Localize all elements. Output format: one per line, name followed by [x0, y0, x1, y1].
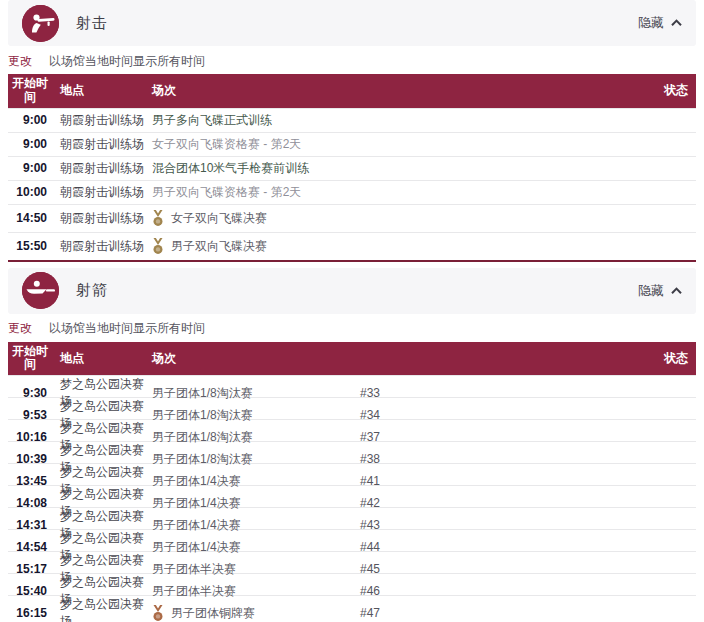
start-time: 14:54 [8, 540, 52, 554]
change-link[interactable]: 更改 [8, 53, 32, 70]
match-number: #33 [360, 386, 480, 400]
time-settings-row: 更改 以场馆当地时间显示所有时间 [8, 51, 696, 71]
hide-toggle-button[interactable]: 隐藏 [638, 14, 682, 32]
session-name: 男子团体半决赛 [152, 583, 360, 600]
session-name: 男子团体1/8淘汰赛 [152, 385, 360, 402]
match-number: #42 [360, 496, 480, 510]
match-number: #43 [360, 518, 480, 532]
session-name: 男子团体1/8淘汰赛 [152, 429, 360, 446]
col-session: 场次 [152, 79, 360, 102]
time-note: 以场馆当地时间显示所有时间 [49, 320, 205, 337]
venue: 梦之岛公园决赛场 [52, 596, 152, 622]
change-link[interactable]: 更改 [8, 320, 32, 337]
table-row: 9:00 朝霞射击训练场 混合团体10米气手枪赛前训练 [8, 156, 696, 180]
start-time: 13:45 [8, 474, 52, 488]
schedule-page: 射击 隐藏 更改 以场馆当地时间显示所有时间 开始时间 地点 场次 状态 9:0… [0, 0, 704, 622]
time-settings-row: 更改 以场馆当地时间显示所有时间 [8, 319, 696, 339]
col-status: 状态 [480, 79, 696, 102]
start-time: 15:50 [8, 239, 52, 253]
col-match [360, 355, 480, 361]
start-time: 9:00 [8, 161, 52, 175]
col-start-time: 开始时间 [8, 74, 52, 108]
section-title: 射击 [76, 14, 108, 33]
start-time: 14:50 [8, 211, 52, 225]
start-time: 10:39 [8, 452, 52, 466]
medal-icon [152, 605, 164, 622]
session-name: 男子多向飞碟正式训练 [152, 112, 360, 129]
session-name: 男子团体1/8淘汰赛 [152, 407, 360, 424]
shooting-icon [22, 5, 59, 42]
session-name: 混合团体10米气手枪赛前训练 [152, 160, 360, 177]
table-row: 15:50 朝霞射击训练场 男子双向飞碟决赛 [8, 232, 696, 260]
hide-label: 隐藏 [638, 282, 664, 300]
start-time: 9:00 [8, 137, 52, 151]
match-number: #38 [360, 452, 480, 466]
session-name: 男子团体半决赛 [152, 561, 360, 578]
session-name: 男子团体1/4决赛 [152, 473, 360, 490]
match-number: #41 [360, 474, 480, 488]
start-time: 10:16 [8, 430, 52, 444]
table-row: 9:00 朝霞射击训练场 男子多向飞碟正式训练 [8, 108, 696, 132]
venue: 朝霞射击训练场 [52, 112, 152, 129]
table-row: 10:00 朝霞射击训练场 男子双向飞碟资格赛 - 第2天 [8, 180, 696, 204]
time-note: 以场馆当地时间显示所有时间 [49, 53, 205, 70]
start-time: 14:08 [8, 496, 52, 510]
col-start-time: 开始时间 [8, 342, 52, 376]
section-header: 射击 隐藏 [8, 0, 696, 46]
chevron-up-icon [671, 287, 682, 295]
session-name: 男子团体铜牌赛 [171, 605, 255, 622]
session-name: 男子团体1/4决赛 [152, 495, 360, 512]
start-time: 15:17 [8, 562, 52, 576]
hide-label: 隐藏 [638, 14, 664, 32]
venue: 朝霞射击训练场 [52, 136, 152, 153]
chevron-up-icon [671, 19, 682, 27]
match-number: #44 [360, 540, 480, 554]
start-time: 9:30 [8, 386, 52, 400]
shooting-table: 开始时间 地点 场次 状态 9:00 朝霞射击训练场 男子多向飞碟正式训练 9:… [8, 74, 696, 262]
venue: 朝霞射击训练场 [52, 210, 152, 227]
venue: 朝霞射击训练场 [52, 238, 152, 255]
start-time: 15:40 [8, 584, 52, 598]
table-header: 开始时间 地点 场次 状态 [8, 342, 696, 376]
section-shooting: 射击 隐藏 更改 以场馆当地时间显示所有时间 开始时间 地点 场次 状态 9:0… [0, 0, 704, 262]
start-time: 16:15 [8, 606, 52, 620]
col-venue: 地点 [52, 79, 152, 102]
session-name: 男子团体1/4决赛 [152, 539, 360, 556]
archery-table: 开始时间 地点 场次 状态 9:30 梦之岛公园决赛场 男子团体1/8淘汰赛 #… [8, 342, 696, 622]
session-name: 男子团体1/8淘汰赛 [152, 451, 360, 468]
session-name: 女子双向飞碟资格赛 - 第2天 [152, 136, 360, 153]
start-time: 9:53 [8, 408, 52, 422]
match-number: #34 [360, 408, 480, 422]
start-time: 10:00 [8, 185, 52, 199]
match-number: #37 [360, 430, 480, 444]
table-header: 开始时间 地点 场次 状态 [8, 74, 696, 108]
section-archery: 射箭 隐藏 更改 以场馆当地时间显示所有时间 开始时间 地点 场次 状态 9:3… [0, 268, 704, 622]
venue: 朝霞射击训练场 [52, 184, 152, 201]
table-row: 14:50 朝霞射击训练场 女子双向飞碟决赛 [8, 204, 696, 232]
session-name: 男子双向飞碟资格赛 - 第2天 [152, 184, 360, 201]
archery-icon [22, 272, 59, 309]
session-name: 男子团体1/4决赛 [152, 517, 360, 534]
col-session: 场次 [152, 347, 360, 370]
hide-toggle-button[interactable]: 隐藏 [638, 282, 682, 300]
col-status: 状态 [480, 347, 696, 370]
start-time: 14:31 [8, 518, 52, 532]
col-venue: 地点 [52, 347, 152, 370]
start-time: 9:00 [8, 113, 52, 127]
session-name: 女子双向飞碟决赛 [171, 210, 267, 227]
match-number: #46 [360, 584, 480, 598]
table-row: 9:00 朝霞射击训练场 女子双向飞碟资格赛 - 第2天 [8, 132, 696, 156]
match-number: #47 [360, 606, 480, 620]
col-match [360, 88, 480, 94]
section-header: 射箭 隐藏 [8, 268, 696, 314]
section-title: 射箭 [76, 281, 108, 300]
match-number: #45 [360, 562, 480, 576]
medal-icon [152, 210, 164, 227]
venue: 朝霞射击训练场 [52, 160, 152, 177]
table-row: 9:30 梦之岛公园决赛场 男子团体1/8淘汰赛 #33 [8, 375, 696, 397]
session-name: 男子双向飞碟决赛 [171, 238, 267, 255]
medal-icon [152, 238, 164, 255]
